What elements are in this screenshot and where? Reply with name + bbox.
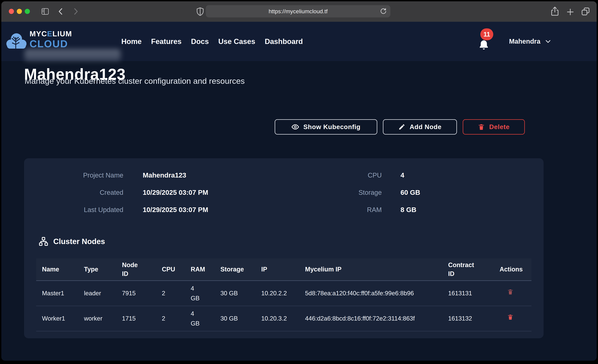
node-type: worker (84, 314, 122, 323)
col-storage: Storage (220, 265, 261, 274)
page-title: Mahendra123 (24, 66, 126, 82)
info-row: Project Name Mahendra123 CPU 4 (24, 166, 544, 184)
add-node-label: Add Node (410, 123, 441, 131)
col-mycelium-ip: Mycelium IP (305, 265, 448, 274)
node-contract-id: 1613132 (448, 314, 499, 323)
zoom-window-button[interactable] (25, 9, 30, 14)
blurred-redaction (25, 49, 121, 61)
notification-badge: 11 (480, 28, 493, 40)
delete-node-button[interactable] (499, 288, 532, 298)
col-name: Name (36, 265, 84, 274)
brand-stylized-e: E (47, 30, 52, 38)
pencil-icon (398, 124, 405, 130)
add-node-button[interactable]: Add Node (383, 119, 457, 134)
user-name: Mahendra (509, 38, 540, 45)
trash-icon (507, 288, 514, 295)
show-kubeconfig-label: Show Kubeconfig (303, 123, 360, 131)
forward-icon[interactable] (71, 7, 80, 16)
user-menu[interactable]: Mahendra (509, 22, 551, 61)
delete-label: Delete (489, 123, 509, 131)
browser-window: https://myceliumcloud.tf Mahendra123 (1, 1, 597, 361)
node-ram: 4 GB (191, 309, 220, 328)
ram-label: RAM (340, 206, 400, 214)
col-cpu: CPU (162, 265, 191, 274)
cluster-nodes-header: Cluster Nodes (39, 237, 105, 246)
info-row: Created 10/29/2025 03:07 PM Storage 60 G… (24, 184, 544, 201)
node-storage: 30 GB (220, 288, 261, 298)
nav-link-home[interactable]: Home (121, 37, 141, 46)
browser-toolbar: https://myceliumcloud.tf (1, 1, 597, 22)
storage-value: 60 GB (400, 189, 544, 196)
share-icon[interactable] (550, 6, 560, 17)
node-contract-id: 1613131 (448, 288, 499, 298)
node-storage: 30 GB (220, 314, 261, 323)
node-ram: 4 GB (191, 283, 220, 303)
url-text: https://myceliumcloud.tf (206, 5, 390, 17)
nav-links: Home Features Docs Use Cases Dashboard (121, 22, 303, 61)
col-node-id: Node ID (122, 261, 162, 278)
project-name-label: Project Name (24, 172, 143, 179)
created-value: 10/29/2025 03:07 PM (143, 189, 340, 196)
chevron-down-icon (545, 40, 551, 43)
col-type: Type (84, 265, 122, 274)
last-updated-label: Last Updated (24, 206, 143, 214)
node-ip: 10.20.3.2 (261, 314, 305, 323)
info-row: Last Updated 10/29/2025 03:07 PM RAM 8 G… (24, 201, 544, 218)
show-kubeconfig-button[interactable]: Show Kubeconfig (275, 119, 377, 134)
project-name-value: Mahendra123 (143, 171, 340, 179)
cluster-nodes-title: Cluster Nodes (53, 237, 105, 246)
address-bar[interactable]: https://myceliumcloud.tf (206, 5, 390, 17)
nav-link-features[interactable]: Features (151, 37, 181, 46)
eye-icon (291, 123, 299, 131)
storage-label: Storage (340, 189, 400, 196)
brand-cloud: CLOUD (30, 39, 72, 49)
brand-wordmark[interactable]: MYCELIUM CLOUD (30, 30, 72, 49)
node-mycelium-ip: 446:d2a6:8bcd:8c16:ff0f:72e2:3114:863f (305, 314, 448, 323)
notifications-button[interactable]: 11 (476, 28, 498, 58)
col-ip: IP (261, 265, 305, 274)
node-cpu: 2 (162, 288, 191, 298)
nav-link-use-cases[interactable]: Use Cases (218, 37, 255, 46)
cluster-info: Project Name Mahendra123 CPU 4 Created 1… (24, 166, 544, 218)
col-actions: Actions (499, 265, 532, 274)
close-window-button[interactable] (9, 9, 14, 14)
trash-icon (478, 124, 485, 130)
table-row-worker1: Worker1 worker 1715 2 4 GB 30 GB 10.20.3… (36, 306, 532, 331)
trash-icon (507, 314, 514, 321)
ram-value: 8 GB (400, 206, 544, 214)
shield-icon[interactable] (196, 7, 205, 17)
col-ram: RAM (191, 265, 220, 274)
tabs-icon[interactable] (581, 7, 590, 16)
refresh-icon[interactable] (379, 8, 387, 15)
back-icon[interactable] (57, 7, 65, 16)
delete-node-button[interactable] (499, 314, 532, 323)
node-name: Master1 (36, 288, 84, 298)
brand-mycelium: MYCELIUM (30, 30, 72, 38)
bell-icon (479, 40, 489, 51)
network-icon (39, 237, 48, 246)
cluster-actions: Show Kubeconfig Add Node Delete (1, 119, 597, 134)
table-header-row: Name Type Node ID CPU RAM Storage IP Myc… (36, 258, 532, 281)
node-id: 1715 (122, 314, 162, 323)
node-type: leader (84, 288, 122, 298)
created-label: Created (24, 189, 143, 196)
table-row-master1: Master1 leader 7915 2 4 GB 30 GB 10.20.2… (36, 281, 532, 306)
new-tab-icon[interactable] (566, 8, 575, 16)
nav-link-dashboard[interactable]: Dashboard (265, 37, 303, 46)
cpu-value: 4 (400, 171, 544, 179)
node-name: Worker1 (36, 314, 84, 323)
node-cpu: 2 (162, 314, 191, 323)
cluster-card: Project Name Mahendra123 CPU 4 Created 1… (24, 158, 544, 338)
node-ip: 10.20.2.2 (261, 288, 305, 298)
cluster-nodes-table: Name Type Node ID CPU RAM Storage IP Myc… (36, 258, 532, 331)
sidebar-icon[interactable] (41, 7, 50, 16)
cpu-label: CPU (340, 172, 400, 179)
cloud-logo-icon[interactable] (5, 29, 28, 54)
col-contract-id: Contract ID (448, 261, 499, 278)
delete-cluster-button[interactable]: Delete (463, 119, 525, 134)
node-id: 7915 (122, 288, 162, 298)
minimize-window-button[interactable] (17, 9, 22, 14)
last-updated-value: 10/29/2025 03:07 PM (143, 206, 340, 214)
nav-link-docs[interactable]: Docs (191, 37, 209, 46)
node-mycelium-ip: 5d8:78ea:a120:f40c:ff0f:a5fe:99e6:8b96 (305, 288, 448, 298)
